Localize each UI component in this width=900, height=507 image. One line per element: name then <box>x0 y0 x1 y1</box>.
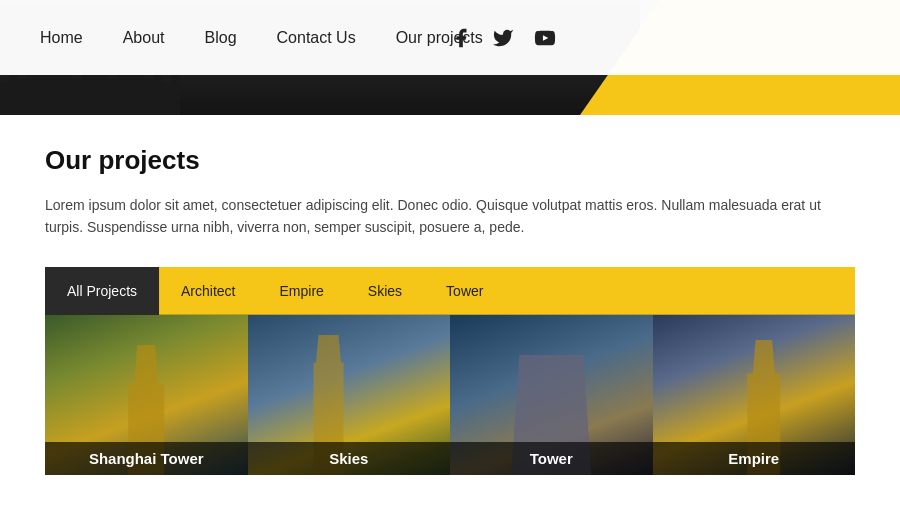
project-card-shanghai[interactable]: Shanghai Tower <box>45 315 248 475</box>
filter-bar: All Projects Architect Empire Skies Towe… <box>45 267 855 315</box>
section-title: Our projects <box>45 145 855 176</box>
svg-rect-1 <box>793 279 801 287</box>
view-toggle <box>792 278 840 303</box>
section-description: Lorem ipsum dolor sit amet, consectetuer… <box>45 194 855 239</box>
filter-tabs: Architect Empire Skies Tower <box>159 267 855 315</box>
filter-tab-empire[interactable]: Empire <box>258 267 346 315</box>
project-card-tower[interactable]: Tower <box>450 315 653 475</box>
svg-rect-4 <box>803 289 811 297</box>
filter-tab-architect[interactable]: Architect <box>159 267 257 315</box>
filter-all-button[interactable]: All Projects <box>45 267 159 315</box>
project-card-skies[interactable]: Skies <box>248 315 451 475</box>
project-grid: Shanghai Tower Skies Tower Empire <box>45 315 855 475</box>
facebook-icon[interactable] <box>446 23 476 53</box>
project-title-skies: Skies <box>248 442 451 475</box>
svg-rect-7 <box>821 292 839 296</box>
grid-view-icon[interactable] <box>792 278 812 303</box>
youtube-icon[interactable] <box>530 23 560 53</box>
main-content: Our projects Lorem ipsum dolor sit amet,… <box>0 115 900 505</box>
nav-links: Home About Blog Contact Us Our projects <box>0 19 503 57</box>
project-title-empire: Empire <box>653 442 856 475</box>
svg-rect-6 <box>821 286 839 290</box>
list-view-icon[interactable] <box>820 278 840 303</box>
nav-social <box>446 23 560 53</box>
header: Home About Blog Contact Us Our projects <box>0 0 900 115</box>
nav-home[interactable]: Home <box>20 19 103 57</box>
project-title-tower: Tower <box>450 442 653 475</box>
filter-tab-tower[interactable]: Tower <box>424 267 505 315</box>
nav-contact[interactable]: Contact Us <box>257 19 376 57</box>
project-card-empire[interactable]: Empire <box>653 315 856 475</box>
twitter-icon[interactable] <box>488 23 518 53</box>
project-title-shanghai: Shanghai Tower <box>45 442 248 475</box>
filter-tab-skies[interactable]: Skies <box>346 267 424 315</box>
svg-rect-2 <box>803 279 811 287</box>
nav-about[interactable]: About <box>103 19 185 57</box>
svg-rect-3 <box>793 289 801 297</box>
svg-rect-5 <box>821 280 839 284</box>
navbar: Home About Blog Contact Us Our projects <box>0 0 900 75</box>
nav-blog[interactable]: Blog <box>185 19 257 57</box>
